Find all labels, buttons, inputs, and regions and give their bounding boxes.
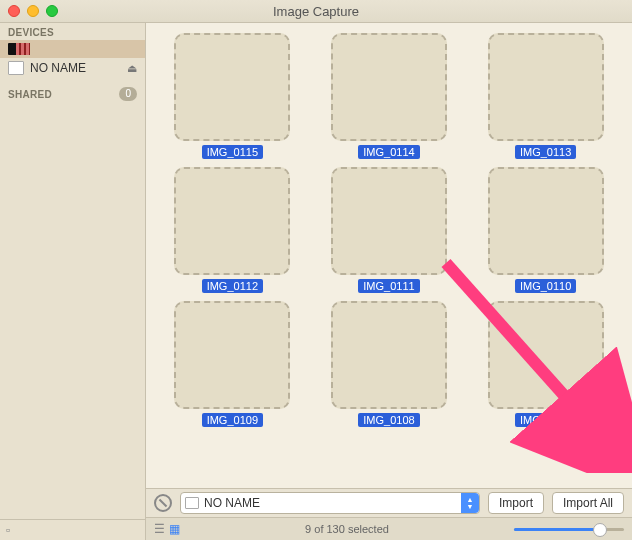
thumbnail-filename: IMG_0114 [358,145,419,159]
zoom-icon[interactable] [46,5,58,17]
thumbnail-cell[interactable]: IMG_0111 [317,167,462,293]
sidebar: DEVICES NO NAME ⏏ SHARED 0 ▫ [0,23,146,540]
phone-icon [8,43,30,55]
destination-select[interactable]: NO NAME ▲▼ [180,492,480,514]
shared-count-badge: 0 [119,87,137,101]
import-button[interactable]: Import [488,492,544,514]
sidebar-item-shared[interactable]: SHARED 0 [0,84,145,104]
image-placeholder-icon [331,33,447,141]
sidebar-toggle[interactable]: ▫ [0,519,145,540]
status-bar: ☰ ▦ 9 of 130 selected [146,517,632,540]
image-placeholder-icon [331,167,447,275]
image-placeholder-icon [488,33,604,141]
thumbnail-filename: IMG_0109 [202,413,263,427]
close-icon[interactable] [8,5,20,17]
sidebar-item-device-phone[interactable] [0,40,145,58]
sidebar-devices-header: DEVICES [0,23,145,40]
thumbnail-cell[interactable]: IMG_0108 [317,301,462,427]
sidebar-item-device-sd[interactable]: NO NAME ⏏ [0,58,145,78]
thumbnail-grid-area: IMG_0115IMG_0114IMG_0113IMG_0112IMG_0111… [146,23,632,488]
thumbnail-filename: IMG_0112 [202,279,263,293]
destination-label: NO NAME [204,496,260,510]
thumbnail-cell[interactable]: IMG_0113 [473,33,618,159]
selection-status: 9 of 130 selected [180,523,514,535]
thumbnail-cell[interactable]: IMG_0114 [317,33,462,159]
sd-card-icon [8,61,24,75]
titlebar: Image Capture [0,0,632,23]
thumbnail-cell[interactable]: IMG_0112 [160,167,305,293]
sd-card-icon [185,497,199,509]
image-placeholder-icon [488,167,604,275]
image-placeholder-icon [174,301,290,409]
no-delete-icon[interactable] [154,494,172,512]
chevron-up-down-icon: ▲▼ [461,493,479,513]
import-toolbar: NO NAME ▲▼ Import Import All [146,488,632,517]
thumbnail-filename: IMG_0107 [515,413,576,427]
list-view-icon[interactable]: ☰ [154,522,165,536]
app-window: Image Capture DEVICES NO NAME ⏏ SHARED 0… [0,0,632,540]
eject-icon[interactable]: ⏏ [127,62,137,75]
thumbnail-filename: IMG_0110 [515,279,576,293]
slider-knob[interactable] [593,523,607,537]
thumbnail-filename: IMG_0115 [202,145,263,159]
thumbnail-cell[interactable]: IMG_0107 [473,301,618,427]
minimize-icon[interactable] [27,5,39,17]
image-placeholder-icon [331,301,447,409]
thumbnail-cell[interactable]: IMG_0115 [160,33,305,159]
thumbnail-filename: IMG_0111 [358,279,419,293]
thumbnail-filename: IMG_0108 [358,413,419,427]
window-title: Image Capture [8,4,624,19]
sidebar-shared-header: SHARED [8,89,113,100]
panel-toggle-icon: ▫ [6,523,10,537]
import-all-button[interactable]: Import All [552,492,624,514]
thumbnail-cell[interactable]: IMG_0109 [160,301,305,427]
image-placeholder-icon [174,167,290,275]
thumbnail-size-slider[interactable] [514,528,624,531]
image-placeholder-icon [174,33,290,141]
thumbnail-filename: IMG_0113 [515,145,576,159]
image-placeholder-icon [488,301,604,409]
sidebar-item-label: NO NAME [30,61,121,75]
grid-view-icon[interactable]: ▦ [169,522,180,536]
thumbnail-cell[interactable]: IMG_0110 [473,167,618,293]
